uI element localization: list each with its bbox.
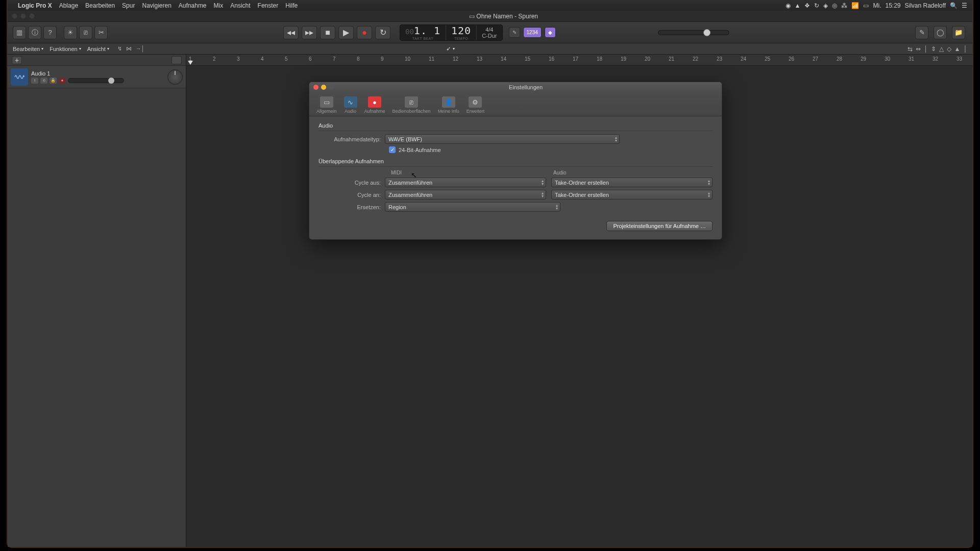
status-icon[interactable]: ◎ <box>832 2 837 9</box>
zoom-window-button[interactable] <box>29 13 35 19</box>
dialog-minimize-button[interactable] <box>321 85 326 90</box>
tool-icon[interactable]: ◇ <box>947 45 951 53</box>
ersetzen-select[interactable]: Region▴▾ <box>385 202 560 212</box>
flex-icon[interactable]: ⋈ <box>126 45 132 52</box>
lcd-signature[interactable]: 4/4 <box>485 27 493 33</box>
menu-bearbeiten[interactable]: Bearbeiten <box>85 2 115 9</box>
loop-browser-button[interactable]: ◯ <box>934 26 947 39</box>
status-icon[interactable]: ◈ <box>823 2 828 9</box>
status-icon[interactable]: ◉ <box>786 2 791 9</box>
pointer-tool[interactable]: ➶ ▾ <box>446 45 455 52</box>
chevron-updown-icon: ▴▾ <box>556 204 558 210</box>
track-name[interactable]: Audio 1 <box>31 70 164 77</box>
smart-controls-button[interactable]: ☀ <box>64 26 77 39</box>
display-icon[interactable]: ▭ <box>863 2 869 9</box>
tab-meine-info[interactable]: 👤Meine Info <box>435 95 462 115</box>
dialog-close-button[interactable] <box>313 85 318 90</box>
count-in-button[interactable]: 1234 <box>523 27 542 38</box>
track-pan-knob[interactable] <box>167 69 183 85</box>
cycle-an-midi-select[interactable]: Zusammenführen▴▾ <box>385 190 546 199</box>
library-button[interactable]: ▥ <box>13 26 26 39</box>
tab-audio[interactable]: ∿Audio <box>341 95 360 115</box>
snap-icon[interactable]: ⇆ <box>908 45 913 53</box>
menu-hilfe[interactable]: Hilfe <box>285 2 298 9</box>
clock-day[interactable]: Mi. <box>873 2 881 9</box>
track-input-monitor-button[interactable]: I <box>31 78 38 84</box>
bar-ruler[interactable]: 1234567891011121314151617181920212223242… <box>186 55 972 66</box>
catch-icon[interactable]: →│ <box>136 45 145 52</box>
toolbar-view-menu[interactable]: Ansicht▾ <box>87 46 109 52</box>
wifi-icon[interactable]: 📶 <box>851 2 859 9</box>
quickhelp-button[interactable]: ? <box>43 26 57 39</box>
cycle-button[interactable]: ↻ <box>375 26 390 39</box>
status-icon[interactable]: ⁂ <box>841 2 847 9</box>
menu-ansicht[interactable]: Ansicht <box>230 2 250 9</box>
toolbar-functions-menu[interactable]: Funktionen▾ <box>50 46 81 52</box>
status-icon[interactable]: ▲ <box>795 2 801 9</box>
slider-knob[interactable] <box>703 29 710 36</box>
lcd-display[interactable]: 001. 1 TAKT BEAT 120 TEMPO 4/4 C-Dur <box>400 24 503 41</box>
24bit-checkbox[interactable]: ✓ <box>389 146 396 153</box>
forward-button[interactable]: ▸▸ <box>302 26 317 39</box>
spotlight-icon[interactable]: 🔍 <box>950 2 958 9</box>
project-settings-button[interactable]: Projekteinstellungen für Aufnahme … <box>606 221 713 231</box>
tool-icon[interactable]: ▲ <box>954 45 961 53</box>
close-window-button[interactable] <box>12 13 17 19</box>
dialog-titlebar[interactable]: Einstellungen <box>309 82 722 92</box>
tab-bedienoberflaechen[interactable]: ⎚Bedienoberflächen <box>389 95 434 115</box>
lcd-key[interactable]: C-Dur <box>482 33 497 39</box>
cycle-aus-audio-select[interactable]: Take-Ordner erstellen▴▾ <box>551 178 713 187</box>
tool-icon[interactable]: │ <box>964 45 968 53</box>
lcd-position[interactable]: 1. 1 <box>414 24 440 37</box>
cycle-aus-midi-select[interactable]: Zusammenführen▴▾ <box>385 178 546 187</box>
minimize-window-button[interactable] <box>20 13 26 19</box>
master-volume-slider[interactable] <box>658 30 729 35</box>
stop-button[interactable]: ■ <box>320 26 335 39</box>
track-icon-audio[interactable] <box>11 68 28 86</box>
fader-knob[interactable] <box>108 78 114 84</box>
play-button[interactable]: ▶ <box>338 26 354 39</box>
user-name[interactable]: Silvan Radeloff <box>905 2 946 9</box>
inspector-button[interactable]: ⓘ <box>28 26 41 39</box>
lcd-tempo[interactable]: 120 <box>451 24 471 37</box>
track-record-enable-button[interactable]: ● <box>59 78 66 84</box>
menu-navigieren[interactable]: Navigieren <box>142 2 171 9</box>
24bit-label[interactable]: 24-Bit-Aufnahme <box>399 147 441 153</box>
notification-icon[interactable]: ☰ <box>962 2 967 9</box>
menu-mix[interactable]: Mix <box>214 2 224 9</box>
cycle-an-audio-select[interactable]: Take-Ordner erstellen▴▾ <box>551 190 713 199</box>
record-button[interactable]: ● <box>357 26 372 39</box>
clock-time[interactable]: 15:29 <box>885 2 900 9</box>
rewind-button[interactable]: ◂◂ <box>283 26 299 39</box>
menu-fenster[interactable]: Fenster <box>258 2 279 9</box>
notepad-button[interactable]: ✎ <box>915 26 928 39</box>
mixer-button[interactable]: ⎚ <box>79 26 92 39</box>
general-icon: ▭ <box>320 96 333 108</box>
automation-icon[interactable]: ↯ <box>117 45 122 52</box>
track-row[interactable]: Audio 1 I ⎋ 🔒 ● <box>8 66 186 88</box>
tab-allgemein[interactable]: ▭Allgemein <box>313 95 340 115</box>
filetype-select[interactable]: WAVE (BWF) ▴▾ <box>385 134 620 144</box>
dropbox-icon[interactable]: ❖ <box>804 2 810 9</box>
zoom-h-icon[interactable]: ⇔ <box>916 45 921 53</box>
global-tracks-button[interactable] <box>172 56 182 64</box>
browser-button[interactable]: 📁 <box>952 26 965 39</box>
track-volume-fader[interactable] <box>68 78 124 83</box>
tool-icon[interactable]: ⇕ <box>931 45 936 53</box>
add-track-button[interactable]: + <box>12 56 22 64</box>
tab-aufnahme[interactable]: ●Aufnahme <box>361 95 388 115</box>
sync-icon[interactable]: ↻ <box>814 2 819 9</box>
app-name[interactable]: Logic Pro X <box>18 2 52 9</box>
control-bar: ▥ ⓘ ? ☀ ⎚ ✂ ◂◂ ▸▸ ■ ▶ ● ↻ 001. 1 TAKT BE… <box>8 22 972 43</box>
metronome-button[interactable]: ◆ <box>545 27 556 38</box>
tool-icon[interactable]: △ <box>939 45 944 53</box>
menu-ablage[interactable]: Ablage <box>59 2 78 9</box>
tab-erweitert[interactable]: ⚙Erweitert <box>463 95 488 115</box>
track-solo-button[interactable]: 🔒 <box>50 78 57 84</box>
menu-aufnahme[interactable]: Aufnahme <box>179 2 207 9</box>
editor-button[interactable]: ✂ <box>94 26 108 39</box>
toolbar-edit-menu[interactable]: Bearbeiten▾ <box>13 46 43 52</box>
low-latency-button[interactable]: ✎ <box>509 27 520 38</box>
track-mute-button[interactable]: ⎋ <box>40 78 47 84</box>
menu-spur[interactable]: Spur <box>122 2 135 9</box>
